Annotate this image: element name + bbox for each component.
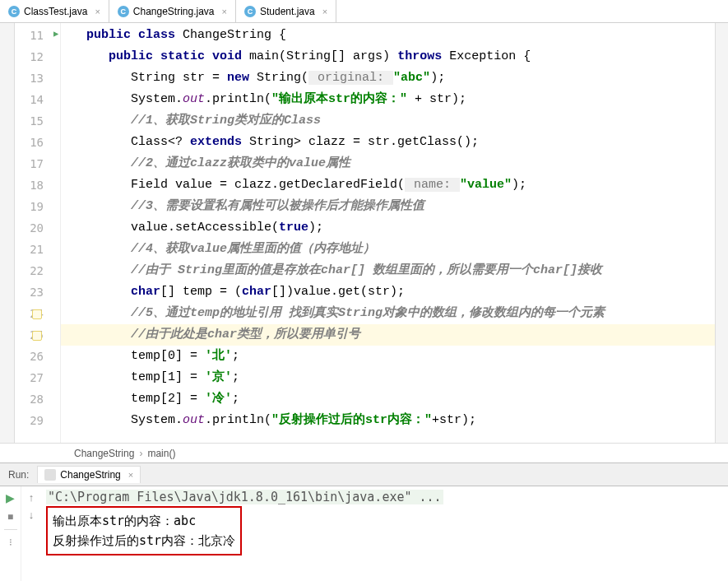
run-toolbar: ▶ ■ ⁝ <box>0 486 21 581</box>
tab-label: Student.java <box>260 6 315 17</box>
run-tool-window-header: Run: ChangeString × <box>0 462 728 486</box>
code-line[interactable]: Class<? extends String> clazz = str.getC… <box>61 132 715 153</box>
tab-classtest[interactable]: C ClassTest.java × <box>0 0 109 22</box>
vertical-scrollbar[interactable] <box>715 23 728 443</box>
stop-icon[interactable]: ■ <box>7 511 13 523</box>
tab-label: ClassTest.java <box>24 6 87 17</box>
code-line[interactable]: //2、通过clazz获取类中的value属性 <box>61 153 715 174</box>
code-line[interactable]: temp[0] = '北'; <box>61 346 715 367</box>
close-icon[interactable]: × <box>91 7 100 16</box>
console-line: 反射操作过后的str内容：北京冷 <box>53 531 235 551</box>
breadcrumb-class[interactable]: ChangeString <box>74 448 134 459</box>
more-icon[interactable]: ⁝ <box>9 537 12 548</box>
code-line[interactable]: //由于 String里面的值是存放在char[] 数组里面的，所以需要用一个c… <box>61 260 715 281</box>
code-line[interactable]: //3、需要设置私有属性可以被操作后才能操作属性值 <box>61 196 715 217</box>
console-line: 输出原本str的内容：abc <box>53 511 235 531</box>
code-line[interactable]: //由于此处是char类型，所以要用单引号 <box>61 324 715 346</box>
code-line[interactable]: temp[2] = '冷'; <box>61 388 715 410</box>
run-label: Run: <box>8 469 29 481</box>
code-line[interactable]: public class ChangeString { <box>61 25 715 46</box>
code-editor[interactable]: public class ChangeString { public stati… <box>61 23 715 443</box>
java-class-icon: C <box>244 6 256 17</box>
editor-gutter[interactable]: 11▶ 12▶ 13 14 15 16 17 18 19 20 21 22 23… <box>15 23 61 443</box>
tab-changestring[interactable]: C ChangeString.java × <box>109 0 236 22</box>
close-icon[interactable]: × <box>219 7 227 16</box>
run-tab[interactable]: ChangeString × <box>37 466 141 483</box>
code-line[interactable]: //4、获取value属性里面的值（内存地址） <box>61 239 715 260</box>
console-command-line: "C:\Program Files\Java\jdk1.8.0_161\bin\… <box>46 490 443 504</box>
run-console: ▶ ■ ⁝ ↑ ↓ "C:\Program Files\Java\jdk1.8.… <box>0 486 728 581</box>
tab-label: ChangeString.java <box>133 6 215 17</box>
close-icon[interactable]: × <box>319 7 327 16</box>
close-icon[interactable]: × <box>125 470 133 480</box>
breadcrumb-method[interactable]: main() <box>147 448 175 459</box>
code-line[interactable]: temp[1] = '京'; <box>61 367 715 388</box>
rerun-icon[interactable]: ▶ <box>6 491 15 504</box>
output-highlight-box: 输出原本str的内容：abc 反射操作过后的str内容：北京冷 <box>46 506 242 555</box>
code-line[interactable]: System.out.println("反射操作过后的str内容："+str); <box>61 410 715 431</box>
chevron-right-icon: › <box>139 448 142 459</box>
code-line[interactable]: String str = new String( original: "abc"… <box>61 67 715 89</box>
java-class-icon: C <box>118 6 129 17</box>
code-line[interactable]: public static void main(String[] args) t… <box>61 46 715 67</box>
editor-area: 11▶ 12▶ 13 14 15 16 17 18 19 20 21 22 23… <box>0 23 728 443</box>
separator <box>4 529 17 530</box>
breadcrumb-bar: ChangeString › main() <box>0 443 728 462</box>
up-arrow-icon[interactable]: ↑ <box>29 491 35 504</box>
tool-window-stripe-left[interactable] <box>0 23 15 443</box>
code-line[interactable]: char[] temp = (char[])value.get(str); <box>61 281 715 303</box>
code-line[interactable]: value.setAccessible(true); <box>61 217 715 239</box>
java-class-icon: C <box>8 6 20 17</box>
down-arrow-icon[interactable]: ↓ <box>29 509 35 521</box>
tab-student[interactable]: C Student.java × <box>236 0 336 22</box>
code-line[interactable]: Field value = clazz.getDeclaredField( na… <box>61 174 715 196</box>
code-line[interactable]: //1、获取String类对应的Class <box>61 110 715 132</box>
run-config-icon <box>44 469 56 481</box>
run-tab-label: ChangeString <box>60 469 120 481</box>
run-gutter-icon[interactable]: ▶ <box>53 23 58 44</box>
editor-tabs: C ClassTest.java × C ChangeString.java ×… <box>0 0 728 23</box>
console-output[interactable]: "C:\Program Files\Java\jdk1.8.0_161\bin\… <box>41 486 728 581</box>
code-line[interactable]: System.out.println("输出原本str的内容：" + str); <box>61 89 715 110</box>
console-nav: ↑ ↓ <box>21 486 41 581</box>
code-line[interactable]: //5、通过temp的地址引用 找到真实String对象中的数组，修改数组内的每… <box>61 303 715 324</box>
